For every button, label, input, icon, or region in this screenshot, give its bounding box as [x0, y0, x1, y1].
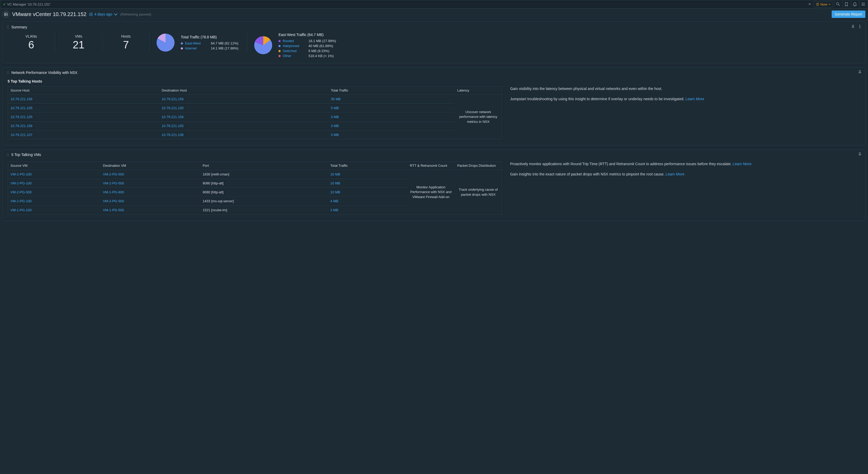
vm-side-text: Proactively monitor applications with Ro… — [510, 161, 860, 182]
source-host-link[interactable]: 10.79.221.156 — [10, 97, 32, 101]
svg-point-24 — [7, 153, 8, 154]
traffic-link[interactable]: 10 MB — [330, 190, 340, 194]
table-row: 10.79.221.10510.79.221.1055 MB — [8, 104, 502, 112]
source-vm-link[interactable]: VM-2-PG-500 — [10, 190, 32, 194]
svg-point-22 — [7, 74, 8, 74]
pin-icon[interactable] — [858, 70, 862, 75]
traffic-link[interactable]: 3 MB — [331, 115, 339, 119]
summary-panel: Summary VLANs 6 VMs 21 Hosts 7 Total Tra… — [3, 22, 865, 63]
traffic-link[interactable]: 10 MB — [330, 172, 340, 176]
traffic-link[interactable]: 3 MB — [330, 208, 338, 212]
traffic-link[interactable]: 3 MB — [331, 124, 339, 128]
legend-dot-icon — [278, 45, 281, 47]
legend-label[interactable]: Other — [283, 54, 306, 58]
pin-icon[interactable] — [851, 25, 855, 30]
dest-vm-link[interactable]: VM-2-PG-500 — [103, 172, 124, 176]
ew-traffic-pie — [253, 35, 273, 55]
learn-more-link[interactable]: Learn More — [733, 162, 752, 166]
dest-vm-link[interactable]: VM-1-PG-500 — [103, 208, 124, 212]
search-icon[interactable] — [834, 1, 841, 7]
source-host-link[interactable]: 10.79.221.107 — [10, 133, 32, 137]
dest-host-link[interactable]: 10.79.221.156 — [162, 115, 183, 119]
dest-vm-link[interactable]: VM-1-PG-600 — [103, 190, 124, 194]
dest-host-link[interactable]: 10.79.221.156 — [162, 97, 183, 101]
dest-vm-link[interactable]: VM-2-PG-500 — [103, 181, 124, 185]
learn-more-link[interactable]: Learn More — [685, 97, 704, 101]
refresh-status: (Refreshing paused) — [120, 12, 151, 16]
dest-host-link[interactable]: 10.79.221.105 — [162, 124, 183, 128]
port-cell: 1521 [ncube-lm] — [200, 206, 328, 215]
learn-more-link[interactable]: Learn More — [665, 172, 685, 176]
ew-traffic-block: East-West Traffic (64.7 MB) Routed18.1 M… — [247, 33, 345, 58]
port-cell: 8080 [http-alt] — [200, 179, 328, 188]
col-rtt[interactable]: RTT & Retransmit Count — [407, 162, 455, 170]
legend-item: East-West64.7 MB (82.12%) — [181, 41, 241, 45]
drag-handle-icon[interactable] — [7, 71, 9, 74]
traffic-link[interactable]: 10 MB — [330, 181, 340, 185]
time-ago-selector[interactable]: 4 days ago — [89, 12, 118, 16]
top-hosts-table: Source Host Destination Host Total Traff… — [8, 86, 502, 139]
svg-point-28 — [7, 156, 8, 156]
col-dest-host[interactable]: Destination Host — [159, 86, 328, 95]
dest-vm-link[interactable]: VM-2-PG-500 — [103, 199, 124, 203]
legend-item: Switched6 MB (9.33%) — [278, 49, 339, 53]
traffic-link[interactable]: 5 MB — [331, 106, 339, 110]
menu-icon[interactable] — [859, 1, 867, 7]
time-ago-label: 4 days ago — [94, 12, 113, 16]
legend-item: Routed18.1 MB (27.99%) — [278, 39, 339, 43]
port-cell: 8080 [http-alt] — [200, 188, 328, 197]
svg-point-12 — [8, 28, 9, 29]
bookmark-icon[interactable] — [842, 1, 850, 7]
generate-report-button[interactable]: Generate Report — [832, 10, 865, 18]
svg-point-13 — [860, 25, 860, 26]
table-row: 10.79.221.15610.79.221.15635 MBUncover n… — [8, 95, 502, 104]
source-vm-link[interactable]: VM-1-PG-100 — [10, 208, 32, 212]
legend-label[interactable]: Routed — [283, 39, 306, 43]
svg-point-21 — [8, 72, 9, 73]
source-vm-link[interactable]: VM-2-PG-100 — [10, 199, 32, 203]
svg-point-15 — [860, 28, 860, 28]
col-source-host[interactable]: Source Host — [8, 86, 159, 95]
svg-point-27 — [8, 155, 9, 155]
col-port[interactable]: Port — [200, 162, 328, 170]
traffic-link[interactable]: 3 MB — [331, 133, 339, 137]
source-host-link[interactable]: 10.79.221.105 — [10, 115, 32, 119]
col-source-vm[interactable]: Source VM — [8, 162, 100, 170]
hosts-stat: Hosts 7 — [102, 33, 150, 52]
col-drops[interactable]: Packet Drops Distribution — [455, 162, 502, 170]
bell-icon[interactable] — [851, 1, 858, 7]
legend-label[interactable]: Switched — [283, 49, 306, 53]
dest-host-link[interactable]: 10.79.221.106 — [162, 133, 183, 137]
drag-handle-icon[interactable] — [7, 153, 9, 157]
svg-point-29 — [8, 156, 9, 156]
traffic-link[interactable]: 4 MB — [330, 199, 338, 203]
source-host-link[interactable]: 10.79.221.105 — [10, 106, 32, 110]
legend-label[interactable]: Internet — [185, 46, 209, 50]
pin-icon[interactable] — [858, 152, 862, 157]
more-icon[interactable] — [858, 25, 862, 30]
col-dest-vm[interactable]: Destination VM — [100, 162, 200, 170]
panel-title: Summary — [11, 25, 27, 29]
search-area[interactable]: VC Manager '10.79.221.152' — [1, 1, 806, 7]
legend-item: Internet14.1 MB (17.88%) — [181, 46, 241, 50]
source-vm-link[interactable]: VM-2-PG-100 — [10, 172, 32, 176]
drag-handle-icon[interactable] — [7, 25, 9, 29]
clear-search-icon[interactable]: × — [807, 2, 812, 7]
svg-point-18 — [7, 71, 8, 72]
legend-dot-icon — [278, 55, 281, 57]
col-total-traffic[interactable]: Total Traffic — [328, 162, 407, 170]
col-total-traffic[interactable]: Total Traffic — [328, 86, 455, 95]
col-latency[interactable]: Latency — [455, 86, 502, 95]
source-vm-link[interactable]: VM-2-PG-100 — [10, 181, 32, 185]
dest-host-link[interactable]: 10.79.221.105 — [162, 106, 183, 110]
topbar: VC Manager '10.79.221.152' × Now — [0, 0, 868, 8]
top-vms-table: Source VM Destination VM Port Total Traf… — [8, 161, 502, 215]
traffic-link[interactable]: 35 MB — [331, 97, 341, 101]
source-host-link[interactable]: 10.79.221.156 — [10, 124, 32, 128]
legend-value: 18.1 MB (27.99%) — [308, 39, 336, 43]
legend-label[interactable]: Hairpinned — [283, 44, 306, 48]
vlans-stat: VLANs 6 — [8, 33, 55, 52]
time-range-now-button[interactable]: Now — [813, 1, 833, 7]
svg-point-7 — [7, 26, 8, 26]
legend-label[interactable]: East-West — [185, 41, 209, 45]
